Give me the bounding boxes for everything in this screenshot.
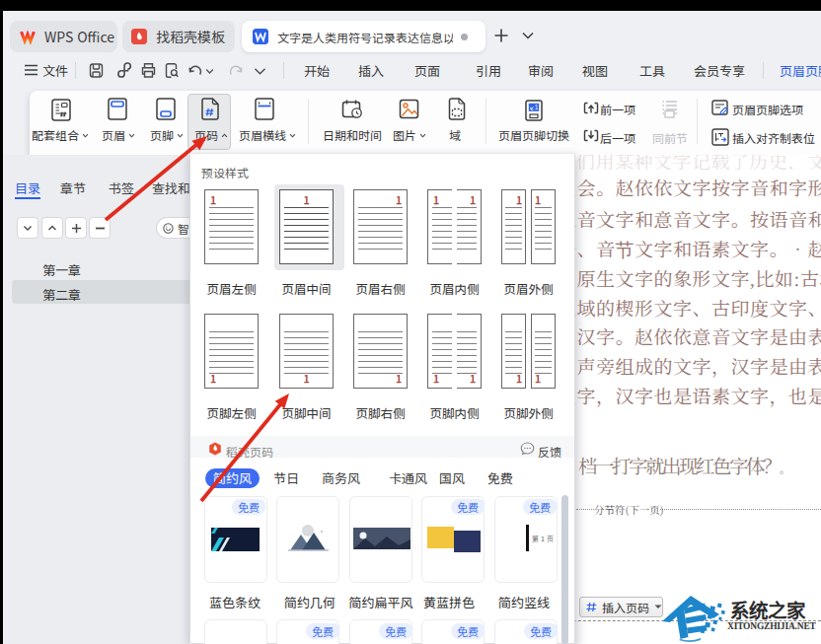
svg-text:1: 1 (535, 104, 539, 110)
